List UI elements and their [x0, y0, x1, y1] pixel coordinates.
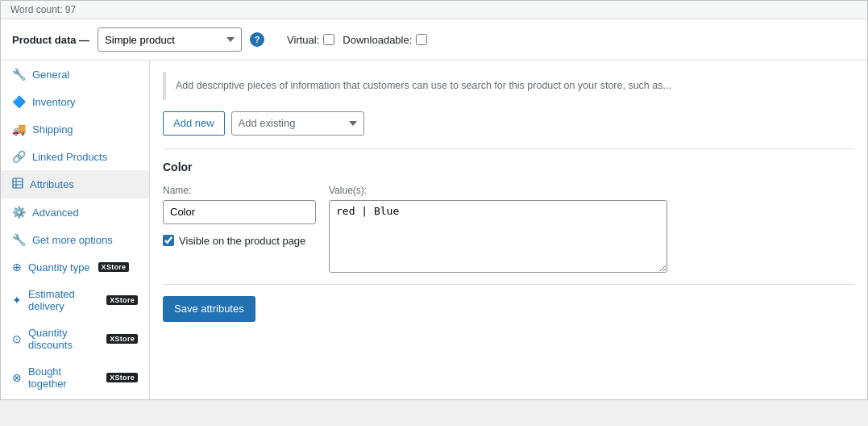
- gear-icon: ⚙️: [12, 206, 26, 219]
- attribute-values-textarea[interactable]: red | Blue: [329, 200, 667, 273]
- sidebar-item-label: Bought together: [28, 365, 98, 390]
- visible-checkbox[interactable]: [163, 235, 174, 246]
- quantity-discounts-icon: ⊙: [12, 332, 22, 345]
- product-data-label: Product data —: [12, 34, 89, 46]
- sidebar-item-advanced[interactable]: ⚙️ Advanced: [1, 198, 149, 226]
- xstore-badge: XStore: [106, 334, 138, 344]
- virtual-checkbox[interactable]: [323, 34, 334, 45]
- sidebar-item-general[interactable]: 🔧 General: [1, 61, 149, 88]
- sidebar-item-get-more-options[interactable]: 🔧 Get more options: [1, 226, 149, 253]
- name-field-group: Name: Visible on the product page: [163, 185, 316, 247]
- save-attributes-button[interactable]: Save attributes: [163, 296, 255, 322]
- inventory-icon: 🔷: [12, 95, 26, 108]
- attributes-icon: [12, 178, 23, 191]
- divider: [163, 148, 854, 149]
- attribute-section-title: Color: [163, 161, 854, 173]
- bought-together-icon: ⊗: [12, 371, 22, 384]
- name-label: Name:: [163, 185, 316, 196]
- sidebar: 🔧 General 🔷 Inventory 🚚 Shipping 🔗 Linke…: [1, 61, 150, 399]
- wrench-icon: 🔧: [12, 68, 26, 81]
- product-data-header: Product data — Simple product Variable p…: [1, 19, 867, 61]
- sidebar-item-quantity-discounts[interactable]: ⊙ Quantity discounts XStore: [1, 320, 149, 358]
- main-layout: 🔧 General 🔷 Inventory 🚚 Shipping 🔗 Linke…: [1, 61, 867, 399]
- product-type-select[interactable]: Simple product Variable product Grouped …: [98, 27, 242, 52]
- sidebar-item-label: Attributes: [30, 178, 74, 190]
- values-field-group: Value(s): red | Blue: [329, 185, 667, 273]
- xstore-badge: XStore: [98, 262, 130, 272]
- add-existing-select[interactable]: Add existing: [231, 111, 364, 136]
- divider-bottom: [163, 284, 854, 285]
- visible-checkbox-row: Visible on the product page: [163, 235, 316, 247]
- word-count-text: Word count: 97: [10, 4, 76, 15]
- sidebar-item-quantity-type[interactable]: ⊕ Quantity type XStore: [1, 253, 149, 281]
- sidebar-item-label: Get more options: [32, 234, 113, 246]
- sidebar-item-label: Advanced: [32, 207, 79, 219]
- quantity-type-icon: ⊕: [12, 261, 22, 274]
- xstore-badge: XStore: [106, 295, 138, 305]
- sidebar-item-linked-products[interactable]: 🔗 Linked Products: [1, 143, 149, 170]
- info-box: Add descriptive pieces of information th…: [163, 72, 854, 100]
- sidebar-item-label: Inventory: [32, 96, 75, 108]
- sidebar-item-label: General: [32, 69, 69, 81]
- xstore-badge: XStore: [106, 373, 138, 382]
- sidebar-item-estimated-delivery[interactable]: ✦ Estimated delivery XStore: [1, 281, 149, 320]
- virtual-label: Virtual:: [287, 34, 319, 46]
- virtual-section: Virtual:: [287, 34, 334, 46]
- downloadable-section: Downloadable:: [343, 34, 427, 46]
- sidebar-item-bought-together[interactable]: ⊗ Bought together XStore: [1, 358, 149, 397]
- add-buttons-row: Add new Add existing: [163, 111, 854, 136]
- sidebar-item-label: Linked Products: [32, 151, 107, 163]
- values-label: Value(s):: [329, 185, 667, 196]
- options-icon: 🔧: [12, 233, 26, 246]
- add-new-button[interactable]: Add new: [163, 111, 225, 136]
- downloadable-label: Downloadable:: [343, 34, 412, 46]
- sidebar-item-inventory[interactable]: 🔷 Inventory: [1, 88, 149, 115]
- estimated-delivery-icon: ✦: [12, 294, 22, 307]
- help-icon[interactable]: ?: [250, 32, 264, 47]
- sidebar-item-label: Quantity discounts: [28, 327, 98, 351]
- sidebar-item-label: Quantity type: [28, 261, 90, 274]
- info-text: Add descriptive pieces of information th…: [176, 80, 671, 91]
- downloadable-checkbox[interactable]: [416, 34, 427, 45]
- visible-label: Visible on the product page: [179, 235, 305, 247]
- sidebar-item-label: Shipping: [32, 123, 73, 136]
- link-icon: 🔗: [12, 150, 26, 163]
- svg-rect-0: [13, 178, 23, 188]
- shipping-icon: 🚚: [12, 123, 26, 136]
- content-area: Add descriptive pieces of information th…: [150, 61, 867, 399]
- sidebar-item-shipping[interactable]: 🚚 Shipping: [1, 115, 149, 143]
- attribute-name-input[interactable]: [163, 200, 316, 224]
- product-data-panel: Word count: 97 Product data — Simple pro…: [0, 0, 868, 400]
- sidebar-item-attributes[interactable]: Attributes: [1, 170, 149, 198]
- sidebar-item-label: Estimated delivery: [28, 288, 98, 312]
- attribute-form: Name: Visible on the product page Value(…: [163, 185, 854, 273]
- word-count-bar: Word count: 97: [1, 1, 867, 19]
